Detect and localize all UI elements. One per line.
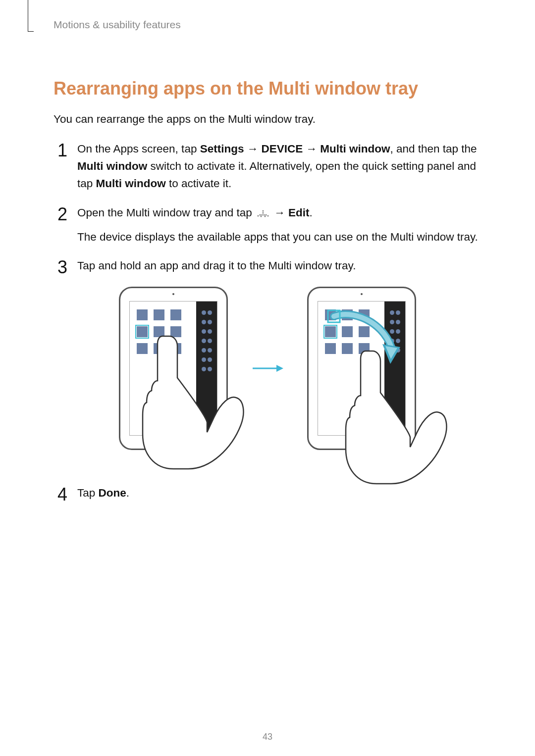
step-2-suffix: . bbox=[309, 206, 312, 219]
svg-point-3 bbox=[262, 212, 264, 213]
step-4-bold: Done bbox=[99, 487, 126, 499]
step-1-mid1: , and then tap the bbox=[390, 143, 477, 155]
tray-area-1 bbox=[196, 302, 217, 435]
device-frame-1 bbox=[119, 287, 228, 450]
step-1-suffix: to activate it. bbox=[166, 177, 232, 190]
svg-point-9 bbox=[264, 215, 266, 217]
step-3: Tap and hold an app and drag it to the M… bbox=[54, 257, 482, 473]
page-number: 43 bbox=[0, 732, 535, 742]
arrow-2: → bbox=[271, 206, 288, 219]
drag-arrow-icon bbox=[327, 309, 401, 374]
arrow-1a: → bbox=[244, 143, 261, 155]
step-4-suffix: . bbox=[126, 487, 129, 499]
svg-point-4 bbox=[262, 210, 264, 211]
section-heading: Rearranging apps on the Multi window tra… bbox=[54, 78, 482, 99]
svg-point-6 bbox=[265, 214, 267, 215]
step-4-body: Tap Done. bbox=[77, 485, 482, 502]
step-2: Open the Multi window tray and tap → Edi… bbox=[54, 204, 482, 246]
apps-area-1 bbox=[130, 302, 196, 435]
svg-point-7 bbox=[267, 215, 268, 216]
step-2-bold: Edit bbox=[288, 206, 310, 219]
svg-point-1 bbox=[259, 214, 261, 215]
device-screen-1 bbox=[129, 301, 217, 436]
arrow-right-icon bbox=[252, 361, 283, 378]
step-3-body: Tap and hold an app and drag it to the M… bbox=[77, 257, 482, 275]
step-4: Tap Done. bbox=[54, 485, 482, 502]
arrow-1b: → bbox=[303, 143, 320, 155]
svg-marker-11 bbox=[276, 365, 283, 372]
step-1-bold2: Multi window bbox=[96, 177, 166, 190]
step-1-prefix: On the Apps screen, tap bbox=[77, 143, 200, 155]
step-4-prefix: Tap bbox=[77, 487, 99, 499]
step-1-path-multiwindow: Multi window bbox=[320, 143, 390, 155]
steps-list: On the Apps screen, tap Settings → DEVIC… bbox=[54, 141, 482, 502]
svg-point-8 bbox=[260, 215, 262, 217]
step-2-prefix: Open the Multi window tray and tap bbox=[77, 206, 255, 219]
device-illustration-1 bbox=[119, 287, 228, 450]
step-2-sub: The device displays the available apps t… bbox=[77, 229, 482, 246]
device-illustration-2 bbox=[307, 287, 416, 473]
svg-point-5 bbox=[263, 214, 265, 215]
page-tab-mark bbox=[28, 0, 34, 32]
svg-point-2 bbox=[261, 214, 263, 215]
illustration-row bbox=[54, 287, 482, 473]
step-1-path-device: DEVICE bbox=[261, 143, 303, 155]
step-1-body: On the Apps screen, tap Settings → DEVIC… bbox=[77, 141, 482, 193]
step-1-path-settings: Settings bbox=[200, 143, 244, 155]
step-2-body: Open the Multi window tray and tap → Edi… bbox=[77, 204, 482, 223]
more-dots-icon bbox=[256, 205, 270, 223]
svg-point-0 bbox=[257, 215, 259, 216]
intro-text: You can rearrange the apps on the Multi … bbox=[54, 113, 482, 126]
step-1: On the Apps screen, tap Settings → DEVIC… bbox=[54, 141, 482, 193]
step-1-bold1: Multi window bbox=[77, 160, 147, 172]
header-section-text: Motions & usability features bbox=[54, 19, 482, 31]
